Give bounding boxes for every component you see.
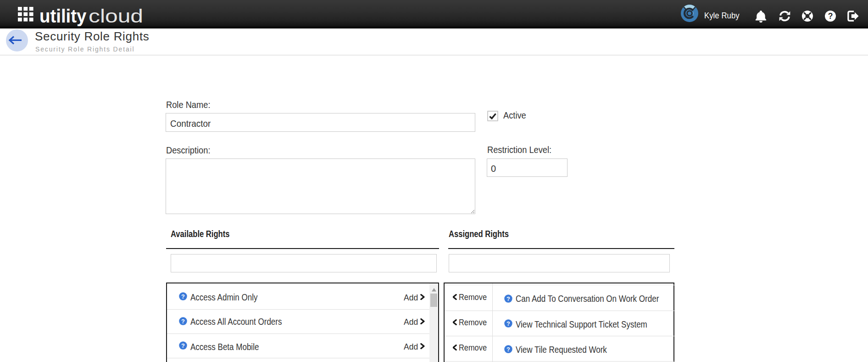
- svg-text:?: ?: [181, 318, 185, 325]
- svg-text:?: ?: [506, 320, 510, 327]
- svg-text:?: ?: [506, 295, 510, 302]
- svg-text:?: ?: [828, 11, 833, 21]
- svg-text:?: ?: [181, 293, 185, 300]
- svg-text:?: ?: [181, 342, 185, 349]
- svg-text:?: ?: [506, 345, 510, 352]
